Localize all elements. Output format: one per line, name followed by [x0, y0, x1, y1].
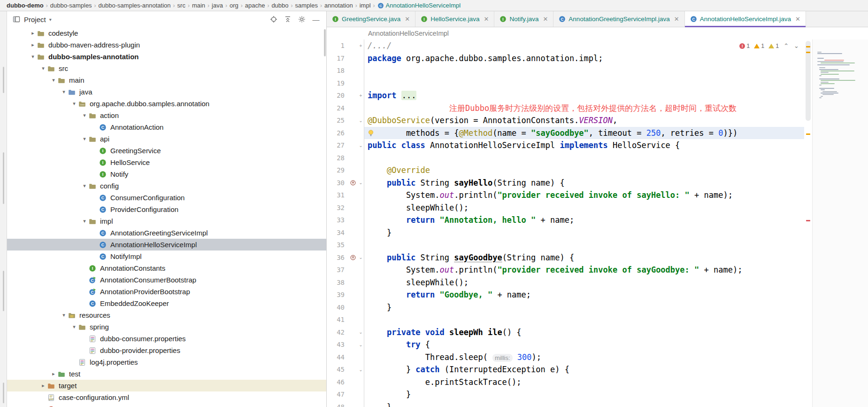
settings-gear-icon[interactable]	[296, 14, 307, 25]
chevron-down-icon[interactable]: ▾	[60, 89, 68, 95]
code-line[interactable]: }	[364, 388, 804, 401]
hide-panel-button[interactable]: —	[310, 14, 322, 25]
nav-breadcrumb-item[interactable]: dubbo-demo	[7, 2, 44, 9]
code-line[interactable]: sleepWhile();	[364, 202, 804, 214]
tree-item[interactable]: dubbo-provider.properties	[7, 344, 326, 356]
error-count[interactable]: ! 1	[739, 43, 750, 49]
tree-item[interactable]: CAnnotationProviderBootstrap	[7, 286, 326, 297]
minimap-panel[interactable]	[812, 39, 868, 407]
line-number[interactable]: 46	[327, 378, 348, 386]
previous-problem-button[interactable]: ⌃	[783, 44, 789, 48]
tree-item[interactable]: ▾api	[7, 133, 326, 145]
code-line[interactable]: @Override	[364, 164, 804, 177]
tree-item[interactable]: ▾main	[7, 74, 326, 86]
tree-item[interactable]: CConsumerConfiguration	[7, 192, 326, 204]
editor-tab[interactable]: IGreetingService.java✕	[327, 11, 415, 27]
tree-item[interactable]: dubbo-consumer.properties	[7, 333, 326, 344]
locate-file-button[interactable]	[268, 14, 279, 25]
line-number[interactable]: 30	[327, 179, 348, 187]
code-line[interactable]: return "Goodbye, " + name;	[364, 289, 804, 301]
nav-breadcrumb-item[interactable]: impl	[360, 2, 371, 9]
chevron-right-icon[interactable]: ▸	[39, 383, 47, 389]
chevron-down-icon[interactable]: ▾	[49, 77, 58, 83]
intention-bulb-icon[interactable]	[367, 129, 375, 137]
line-number[interactable]: 43	[327, 341, 348, 348]
line-number[interactable]: 18	[327, 67, 348, 74]
warning-stripe-mark[interactable]	[806, 46, 810, 47]
nav-breadcrumb-item[interactable]: annotation	[324, 2, 353, 9]
nav-breadcrumb-item[interactable]: org	[230, 2, 238, 9]
nav-breadcrumb-item[interactable]: java	[212, 2, 223, 9]
fold-collapsed-icon[interactable]: +	[358, 39, 364, 52]
tab-close-icon[interactable]: ✕	[543, 16, 548, 23]
line-number[interactable]: 38	[327, 279, 348, 286]
tree-item[interactable]: CAnnotationAction	[7, 121, 326, 133]
tree-item[interactable]: CAnnotationConsumerBootstrap	[7, 274, 326, 286]
editor-tab[interactable]: CAnnotationGreetingServiceImpl.java✕	[553, 11, 684, 27]
fold-expanded-icon[interactable]: ⌄	[358, 338, 364, 351]
editor-tab[interactable]: INotify.java✕	[494, 11, 553, 27]
tree-item[interactable]: ▾spring	[7, 321, 326, 333]
line-number[interactable]: 34	[327, 229, 348, 236]
weak-warning-count[interactable]: 1	[768, 43, 779, 49]
code-line[interactable]: } catch (InterruptedException e) {	[364, 363, 804, 376]
tree-item[interactable]: ▾config	[7, 180, 326, 192]
chevron-down-icon[interactable]: ▾	[80, 112, 89, 118]
fold-expanded-icon[interactable]: ⌄	[358, 363, 364, 376]
tree-item[interactable]: CNotifyImpl	[7, 250, 326, 262]
fold-expanded-icon[interactable]: ⌄	[358, 251, 364, 264]
code-line[interactable]: e.printStackTrace();	[364, 376, 804, 389]
tree-item[interactable]: INotify	[7, 168, 326, 180]
tree-item[interactable]: ▸codestyle	[7, 27, 326, 39]
chevron-down-icon[interactable]: ▾	[80, 183, 89, 189]
tree-item[interactable]: IHelloService	[7, 157, 326, 168]
nav-breadcrumb-item[interactable]: main	[192, 2, 205, 9]
warning-stripe-mark[interactable]	[806, 133, 810, 135]
line-number[interactable]: 35	[327, 241, 348, 249]
tab-close-icon[interactable]: ✕	[484, 16, 489, 23]
nav-breadcrumb-item[interactable]: apache	[245, 2, 265, 9]
code-line[interactable]: @DubboService(version = AnnotationConsta…	[364, 114, 804, 127]
tree-item[interactable]: IGreetingService	[7, 145, 326, 157]
code-line[interactable]: /.../	[364, 39, 804, 52]
code-line[interactable]: private void sleepWh ile() {	[364, 326, 804, 339]
code-line[interactable]: methods = {@Method(name = "sayGoodbye", …	[364, 127, 804, 140]
editor-tab[interactable]: IHelloService.java✕	[415, 11, 494, 27]
fold-expanded-icon[interactable]: ⌄	[358, 114, 364, 127]
line-number[interactable]: 29	[327, 166, 348, 174]
line-number[interactable]: 20	[327, 92, 348, 99]
code-line[interactable]: package org.apache.dubbo.samples.annotat…	[364, 52, 804, 65]
chevron-down-icon[interactable]: ▾	[29, 54, 37, 60]
code-line[interactable]: sleepWhile();	[364, 276, 804, 289]
code-line[interactable]: return "Annotation, hello " + name;	[364, 214, 804, 227]
code-line[interactable]: System.out.println("provider received in…	[364, 264, 804, 276]
tab-close-icon[interactable]: ✕	[405, 16, 410, 23]
nav-breadcrumb-item[interactable]: dubbo-samples	[50, 2, 92, 9]
line-number[interactable]: 28	[327, 154, 348, 162]
chevron-down-icon[interactable]: ▾	[49, 17, 52, 22]
code-line[interactable]	[364, 239, 804, 251]
line-number[interactable]: 31	[327, 191, 348, 199]
tree-item[interactable]: ymlcase-configuration.yml	[7, 391, 326, 403]
code-line[interactable]: }	[364, 401, 804, 407]
nav-breadcrumb-item[interactable]: src	[177, 2, 185, 9]
line-number[interactable]: 32	[327, 204, 348, 211]
tree-item[interactable]: ▾java	[7, 86, 326, 98]
code-line[interactable]	[364, 77, 804, 90]
chevron-down-icon[interactable]: ▾	[70, 101, 78, 107]
tree-item[interactable]: m	[7, 403, 326, 407]
code-line[interactable]: public String sayGoodbye(String name) {	[364, 251, 804, 264]
nav-breadcrumb-item[interactable]: samples	[295, 2, 318, 9]
code-line[interactable]: public String sayHello(String name) {	[364, 177, 804, 189]
line-number[interactable]: 36	[327, 254, 348, 261]
chevron-down-icon[interactable]: ▾	[80, 218, 89, 224]
tree-item[interactable]: ▸dubbo-maven-address-plugin	[7, 39, 326, 51]
fold-expanded-icon[interactable]: ⌄	[358, 139, 364, 152]
tab-close-icon[interactable]: ✕	[674, 16, 679, 23]
fold-collapsed-icon[interactable]: +	[358, 89, 364, 102]
line-number[interactable]: 37	[327, 266, 348, 274]
tree-item[interactable]: IAnnotationConstants	[7, 262, 326, 274]
line-number[interactable]: 48	[327, 403, 348, 407]
code-line[interactable]: }	[364, 227, 804, 239]
line-number[interactable]: 33	[327, 216, 348, 224]
